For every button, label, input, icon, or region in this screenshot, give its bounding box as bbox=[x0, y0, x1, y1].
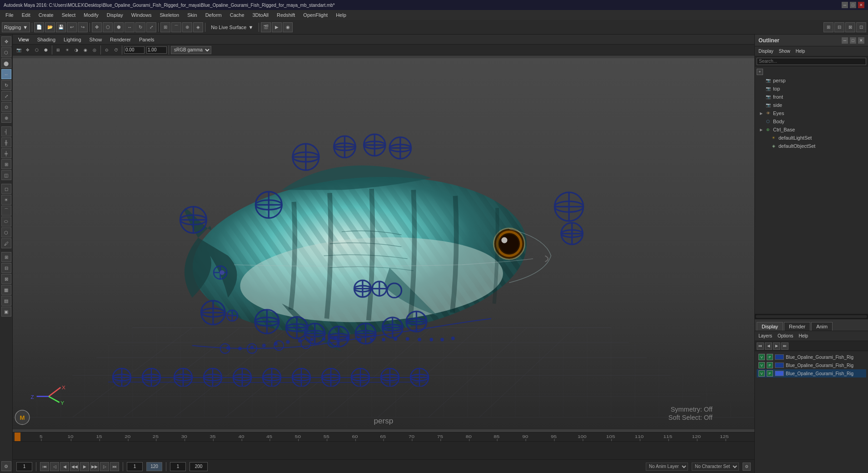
vp-menu-lighting[interactable]: Lighting bbox=[60, 36, 85, 43]
menu-skeleton[interactable]: Skeleton bbox=[156, 11, 183, 19]
scale-tool[interactable]: ⤢ bbox=[146, 22, 156, 32]
ch-pb-1[interactable]: ⏮ bbox=[757, 342, 764, 350]
save-button[interactable]: 💾 bbox=[56, 22, 66, 32]
layer-v-1[interactable]: V bbox=[758, 354, 765, 360]
menu-windows[interactable]: Windows bbox=[128, 11, 155, 19]
snap-grid[interactable]: ⊞ bbox=[160, 22, 170, 32]
out-menu-show[interactable]: Show bbox=[777, 49, 792, 54]
lt-ik-spline[interactable]: ╪ bbox=[1, 148, 11, 158]
ch-pb-2[interactable]: ◀ bbox=[765, 342, 772, 350]
play-forward-button[interactable]: ▶ bbox=[80, 462, 89, 471]
lt-poly[interactable]: ⬡ bbox=[1, 227, 11, 237]
undo-button[interactable]: ↩ bbox=[67, 22, 77, 32]
layer-p-3[interactable]: P bbox=[767, 370, 773, 377]
vp-menu-renderer[interactable]: Renderer bbox=[106, 36, 135, 43]
vp-camera-sel[interactable]: 📷 bbox=[15, 46, 23, 54]
vp-menu-shading[interactable]: Shading bbox=[34, 36, 59, 43]
next-frame-button[interactable]: ▷ bbox=[100, 462, 109, 471]
lt-joint[interactable]: ┤ bbox=[1, 126, 11, 136]
vp-field1-input[interactable] bbox=[124, 46, 145, 54]
vp-menu-view[interactable]: View bbox=[15, 36, 33, 43]
lt-layout3[interactable]: ⊠ bbox=[1, 274, 11, 284]
subtab-help[interactable]: Help bbox=[797, 333, 810, 338]
tab-render[interactable]: Render bbox=[784, 322, 810, 331]
outliner-close[interactable]: ✕ bbox=[858, 37, 864, 44]
vp-grid[interactable]: ⊞ bbox=[54, 46, 62, 54]
lt-layout1[interactable]: ⊞ bbox=[1, 252, 11, 262]
tree-item-ctrl-base[interactable]: ▶ ⊕ Ctrl_Base bbox=[755, 126, 868, 134]
go-to-start-button[interactable]: ⏮ bbox=[40, 462, 49, 471]
snap-point[interactable]: ⊕ bbox=[182, 22, 192, 32]
vp-shadow[interactable]: ◑ bbox=[72, 46, 80, 54]
play-back-button[interactable]: ◀◀ bbox=[70, 462, 79, 471]
layer-row-3[interactable]: V P Blue_Opaline_Gourami_Fish_Rig bbox=[757, 369, 866, 377]
tree-item-body[interactable]: ⬡ Body bbox=[755, 117, 868, 126]
menu-3dtoall[interactable]: 3DtoAll bbox=[249, 11, 272, 19]
character-set-dropdown[interactable]: No Character Set bbox=[692, 463, 739, 471]
lt-scale[interactable]: ⤢ bbox=[1, 91, 11, 101]
outliner-search-input[interactable] bbox=[757, 58, 866, 65]
next-key-button[interactable]: ▶▶ bbox=[90, 462, 99, 471]
lt-rotate[interactable]: ↻ bbox=[1, 80, 11, 90]
tree-item-front[interactable]: 📷 front bbox=[755, 93, 868, 101]
menu-display[interactable]: Display bbox=[103, 11, 127, 19]
menu-edit[interactable]: Edit bbox=[18, 11, 34, 19]
layer-p-2[interactable]: P bbox=[767, 362, 773, 368]
lt-surface[interactable]: ⬭ bbox=[1, 216, 11, 226]
current-frame-input[interactable] bbox=[16, 462, 32, 471]
menu-redshift[interactable]: Redshift bbox=[273, 11, 299, 19]
subtab-layers[interactable]: Layers bbox=[757, 333, 774, 338]
lt-soft[interactable]: ⊙ bbox=[1, 102, 11, 112]
lt-layout6[interactable]: ▣ bbox=[1, 307, 11, 317]
lt-deform[interactable]: ◫ bbox=[1, 170, 11, 180]
snap-view[interactable]: ◈ bbox=[193, 22, 203, 32]
lt-select[interactable]: ✥ bbox=[1, 36, 11, 46]
end-frame-input[interactable] bbox=[146, 462, 162, 471]
vp-ao[interactable]: ◉ bbox=[81, 46, 90, 54]
right-tool-4[interactable]: ⊡ bbox=[856, 22, 866, 32]
lt-skin-cluster[interactable]: ⊞ bbox=[1, 159, 11, 169]
right-tool-2[interactable]: ⊟ bbox=[834, 22, 844, 32]
vp-select-all[interactable]: ✥ bbox=[24, 46, 32, 54]
tree-item-side[interactable]: 📷 side bbox=[755, 101, 868, 109]
timeline-ruler[interactable]: 5 10 15 20 25 30 35 40 45 50 55 60 65 70 bbox=[13, 433, 754, 442]
menu-modify[interactable]: Modify bbox=[80, 11, 102, 19]
ch-pb-3[interactable]: ▶ bbox=[773, 342, 780, 350]
right-tool-3[interactable]: ⊠ bbox=[845, 22, 855, 32]
lt-lasso[interactable]: ⬡ bbox=[1, 47, 11, 57]
rotate-tool[interactable]: ↻ bbox=[135, 22, 145, 32]
lt-paint[interactable]: ⬤ bbox=[1, 58, 11, 68]
ch-pb-4[interactable]: ⏭ bbox=[781, 342, 788, 350]
mode-dropdown[interactable]: Rigging ▼ bbox=[2, 22, 30, 32]
lt-curve[interactable]: ⌒ bbox=[1, 206, 11, 216]
outliner-maximize[interactable]: □ bbox=[850, 37, 856, 44]
outliner-add-button[interactable]: + bbox=[757, 69, 763, 75]
menu-openflight[interactable]: OpenFlight bbox=[299, 11, 331, 19]
lt-universal[interactable]: ⊕ bbox=[1, 113, 11, 123]
redo-button[interactable]: ↪ bbox=[78, 22, 88, 32]
menu-file[interactable]: File bbox=[2, 11, 17, 19]
go-to-end-button[interactable]: ⏭ bbox=[110, 462, 119, 471]
start-frame-input[interactable] bbox=[127, 462, 143, 471]
lt-sculpt[interactable]: 🖊 bbox=[1, 238, 11, 248]
lt-ik[interactable]: ╫ bbox=[1, 137, 11, 147]
minimize-button[interactable]: ─ bbox=[842, 2, 848, 8]
paint-select-tool[interactable]: ⬢ bbox=[114, 22, 124, 32]
layer-v-2[interactable]: V bbox=[758, 362, 765, 368]
vp-menu-panels[interactable]: Panels bbox=[135, 36, 158, 43]
new-button[interactable]: 📄 bbox=[34, 22, 44, 32]
vp-lights[interactable]: ☀ bbox=[63, 46, 71, 54]
vp-field2-input[interactable] bbox=[146, 46, 167, 54]
outliner-minimize[interactable]: ─ bbox=[842, 37, 848, 44]
select-tool[interactable]: ✥ bbox=[92, 22, 102, 32]
tab-anim[interactable]: Anim bbox=[811, 322, 833, 331]
tree-item-eyes[interactable]: ▶ 👁 Eyes bbox=[755, 109, 868, 117]
open-button[interactable]: 📂 bbox=[45, 22, 55, 32]
tab-display[interactable]: Display bbox=[757, 322, 783, 331]
prev-frame-button[interactable]: ◁ bbox=[50, 462, 59, 471]
lt-light[interactable]: ☀ bbox=[1, 195, 11, 205]
outliner-scrollbar[interactable] bbox=[755, 314, 868, 318]
vp-smooth[interactable]: ⬢ bbox=[42, 46, 50, 54]
lt-camera[interactable]: ◻ bbox=[1, 184, 11, 194]
lasso-tool[interactable]: ⬡ bbox=[103, 22, 113, 32]
